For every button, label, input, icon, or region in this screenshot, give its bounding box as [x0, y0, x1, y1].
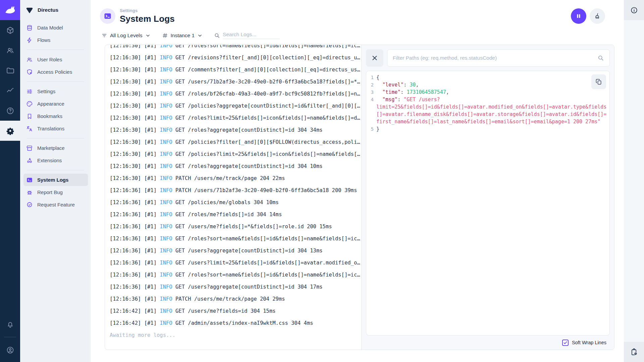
log-row[interactable]: [12:16:36] [#1] INFO PATCH /users/me/tra… — [110, 293, 361, 305]
log-timestamp: [12:16:30] [#1] — [110, 91, 160, 97]
log-row[interactable]: [12:16:30] [#1] INFO GET /policies?limit… — [110, 148, 361, 160]
sidebar-item-label: Request Feature — [37, 202, 75, 207]
main-content: Settings System Logs All Log Levels Inst… — [91, 0, 624, 362]
folder-icon — [6, 66, 14, 75]
log-row[interactable]: [12:16:30] [#1] INFO GET /roles?limit=25… — [110, 112, 361, 124]
module-bar-divider — [4, 337, 16, 337]
module-files[interactable] — [0, 60, 20, 80]
log-row[interactable]: [12:16:36] [#1] INFO GET /users?aggregat… — [110, 245, 361, 257]
logs-list: [12:16:30] [#1] INFO GET /roles?sort=nam… — [110, 45, 361, 329]
log-card: [12:16:30] [#1] INFO GET /roles?sort=nam… — [105, 45, 614, 350]
log-timestamp: [12:16:30] [#1] — [110, 151, 160, 157]
sidebar-item-appearance[interactable]: Appearance — [23, 98, 88, 110]
directus-logo[interactable] — [0, 0, 20, 20]
log-row[interactable]: [12:16:42] [#1] INFO GET /admin/assets/i… — [110, 317, 361, 329]
log-message: GET /roles?sort=name&fields[]=id&fields[… — [172, 272, 360, 278]
code-line: first_name&fields[]=last_name&fields[]=e… — [376, 118, 591, 125]
pause-logs-button[interactable] — [571, 8, 586, 24]
log-levels-dropdown[interactable]: All Log Levels — [101, 33, 151, 39]
sidebar-item-label: Settings — [37, 88, 55, 94]
close-detail-button[interactable] — [366, 49, 383, 67]
log-timestamp: [12:16:42] [#1] — [110, 320, 160, 326]
log-row[interactable]: [12:16:30] [#1] INFO GET /comments?filte… — [110, 64, 361, 76]
module-help[interactable] — [0, 101, 20, 121]
info-icon — [630, 6, 638, 14]
log-message: GET /roles?sort=name&fields[]=id&fields[… — [172, 236, 360, 242]
sidebar-item-bookmarks[interactable]: Bookmarks — [23, 110, 88, 122]
log-row[interactable]: [12:16:36] [#1] INFO GET /roles?sort=nam… — [110, 269, 361, 281]
log-message: GET /roles?sort=name&fields[]=id&fields[… — [172, 45, 360, 49]
log-message: GET /users/me?fields=id 304 15ms — [172, 308, 276, 314]
search-logs-input[interactable] — [223, 32, 280, 39]
log-row[interactable]: [12:16:30] [#1] INFO GET /roles?aggregat… — [110, 124, 361, 136]
log-message: PATCH /users/me/track/page 204 29ms — [172, 296, 285, 302]
log-row[interactable]: [12:16:30] [#1] INFO GET /policies?aggre… — [110, 100, 361, 112]
log-row[interactable]: [12:16:30] [#1] INFO GET /roles?aggregat… — [110, 160, 361, 172]
page-info-button[interactable] — [624, 0, 644, 20]
line-number: 4 — [366, 96, 376, 103]
clear-logs-button[interactable] — [590, 8, 605, 24]
log-timestamp: [12:16:36] [#1] — [110, 187, 160, 193]
sidebar-item-translations[interactable]: Translations — [23, 122, 88, 135]
line-number: 3 — [366, 88, 376, 96]
module-insights[interactable] — [0, 80, 20, 101]
project-switcher[interactable]: Directus — [20, 0, 91, 20]
sidebar-item-system-logs[interactable]: System Logs — [23, 174, 88, 186]
sidebar-item-extensions[interactable]: Extensions — [23, 154, 88, 167]
log-level: INFO — [160, 212, 172, 218]
sidebar-item-data-model[interactable]: Data Model — [23, 21, 88, 34]
code-text: limit=25&fields[]=id&fields[]=avatar.mod… — [376, 103, 606, 111]
log-message: GET /users/71b2af3e-3c20-49e0-b2f0-6ff3a… — [172, 79, 360, 85]
code-text: "msg": "GET /users? — [376, 96, 440, 103]
log-timestamp: [12:16:36] [#1] — [110, 236, 160, 242]
notifications-bell[interactable] — [0, 314, 20, 334]
log-message: GET /admin/assets/index-naI9wktM.css 304… — [172, 320, 313, 326]
log-row[interactable]: [12:16:30] [#1] INFO PATCH /users/me/tra… — [110, 172, 361, 184]
log-row[interactable]: [12:16:36] [#1] INFO GET /users/me?field… — [110, 221, 361, 233]
nav-section: SettingsAppearanceBookmarksTranslations — [20, 84, 91, 136]
line-number: 1 — [366, 74, 376, 81]
module-bar — [0, 0, 20, 362]
code-text: "level": 30, — [376, 81, 419, 88]
log-timestamp: [12:16:30] [#1] — [110, 115, 160, 121]
log-row[interactable]: [12:16:30] [#1] INFO GET /roles?sort=nam… — [110, 45, 361, 52]
module-content[interactable] — [0, 20, 20, 40]
log-timestamp: [12:16:30] [#1] — [110, 127, 160, 133]
log-message: GET /policies/me/globals 304 10ms — [172, 199, 279, 205]
log-row[interactable]: [12:16:36] [#1] INFO PATCH /users/71b2af… — [110, 184, 361, 196]
sidebar-item-request-feature[interactable]: Request Feature — [23, 198, 88, 211]
log-row[interactable]: [12:16:30] [#1] INFO GET /users/71b2af3e… — [110, 76, 361, 88]
sidebar-item-flows[interactable]: Flows — [23, 34, 88, 46]
chevron-down-icon — [197, 33, 203, 38]
log-row[interactable]: [12:16:30] [#1] INFO GET /roles/bf26cfab… — [110, 88, 361, 100]
filter-icon — [101, 33, 107, 39]
cube-icon — [6, 26, 14, 35]
module-settings[interactable] — [0, 121, 20, 141]
log-row[interactable]: [12:16:36] [#1] INFO GET /users?aggregat… — [110, 281, 361, 293]
module-users[interactable] — [0, 40, 20, 60]
breadcrumb: Settings — [120, 8, 175, 13]
log-row[interactable]: [12:16:36] [#1] INFO GET /policies/me/gl… — [110, 196, 361, 208]
copy-json-button[interactable] — [591, 74, 606, 89]
nav-divider — [27, 138, 84, 138]
log-row[interactable]: [12:16:42] [#1] INFO GET /users/me?field… — [110, 305, 361, 317]
log-row[interactable]: [12:16:36] [#1] INFO GET /roles?sort=nam… — [110, 233, 361, 245]
log-row[interactable]: [12:16:30] [#1] INFO GET /policies?filte… — [110, 136, 361, 148]
log-row[interactable]: [12:16:36] [#1] INFO GET /users?limit=25… — [110, 257, 361, 269]
log-detail-pane: 1{2 "level": 30,3 "time": 1731064587547,… — [361, 45, 614, 350]
code-text: { — [376, 74, 379, 81]
log-level: INFO — [160, 308, 172, 314]
filter-paths-input[interactable] — [393, 55, 594, 61]
sidebar-item-settings[interactable]: Settings — [23, 85, 88, 98]
sidebar-item-user-roles[interactable]: User Roles — [23, 53, 88, 66]
log-message: GET /roles/me?fields[]=id 304 14ms — [172, 212, 282, 218]
instance-dropdown[interactable]: Instance 1 — [162, 33, 203, 39]
sidebar-item-marketplace[interactable]: Marketplace — [23, 142, 88, 154]
sidebar-item-report-bug[interactable]: Report Bug — [23, 186, 88, 198]
activity-log-button[interactable] — [624, 342, 644, 362]
sidebar-item-access-policies[interactable]: Access Policies — [23, 66, 88, 78]
log-row[interactable]: [12:16:30] [#1] INFO GET /revisions?filt… — [110, 52, 361, 64]
soft-wrap-checkbox[interactable] — [562, 340, 569, 346]
log-row[interactable]: [12:16:36] [#1] INFO GET /roles/me?field… — [110, 208, 361, 221]
user-avatar[interactable] — [0, 340, 20, 360]
